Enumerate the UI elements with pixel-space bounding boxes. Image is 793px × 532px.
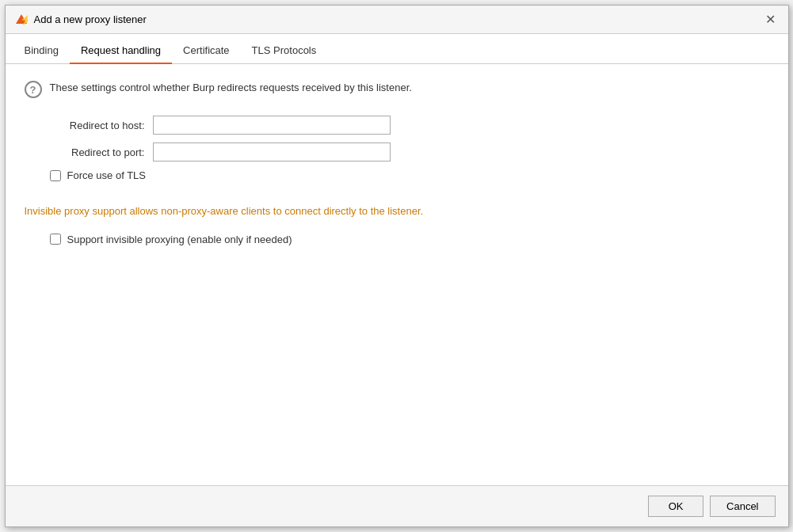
redirect-port-input[interactable] — [153, 142, 391, 162]
invisible-proxy-checkbox[interactable] — [50, 234, 61, 245]
invisible-proxy-row: Support invisible proxying (enable only … — [50, 234, 769, 245]
info-text: These settings control whether Burp redi… — [50, 80, 412, 96]
close-button[interactable]: ✕ — [763, 12, 779, 28]
tab-tls-protocols[interactable]: TLS Protocols — [241, 38, 328, 64]
tab-certificate[interactable]: Certificate — [172, 38, 241, 64]
force-tls-checkbox[interactable] — [50, 170, 61, 181]
force-tls-label: Force use of TLS — [67, 169, 146, 181]
force-tls-row: Force use of TLS — [50, 169, 769, 181]
tab-binding[interactable]: Binding — [13, 38, 70, 64]
redirect-host-label: Redirect to host: — [50, 120, 153, 131]
tab-request-handling[interactable]: Request handling — [70, 38, 172, 64]
invisible-proxy-text: Invisible proxy support allows non-proxy… — [25, 203, 424, 219]
invisible-proxy-label: Support invisible proxying (enable only … — [67, 234, 292, 245]
cancel-button[interactable]: Cancel — [710, 496, 775, 517]
dialog-footer: OK Cancel — [6, 485, 788, 526]
redirect-port-row: Redirect to port: — [50, 142, 769, 162]
form-section: Redirect to host: Redirect to port: — [50, 116, 769, 162]
dialog: ⚡ Add a new proxy listener ✕ Binding Req… — [5, 5, 789, 527]
info-box: ? These settings control whether Burp re… — [25, 80, 769, 98]
redirect-port-label: Redirect to port: — [50, 146, 153, 158]
ok-button[interactable]: OK — [648, 496, 703, 517]
dialog-title: Add a new proxy listener — [34, 13, 147, 25]
info-icon: ? — [25, 81, 42, 98]
tab-bar: Binding Request handling Certificate TLS… — [6, 34, 788, 64]
title-bar: ⚡ Add a new proxy listener ✕ — [6, 6, 788, 34]
redirect-host-row: Redirect to host: — [50, 116, 769, 135]
svg-text:⚡: ⚡ — [19, 13, 28, 26]
invisible-proxy-info: Invisible proxy support allows non-proxy… — [25, 203, 769, 219]
separator — [25, 189, 769, 203]
content-area: ? These settings control whether Burp re… — [6, 64, 788, 485]
redirect-host-input[interactable] — [153, 116, 391, 135]
burp-icon: ⚡ — [15, 13, 28, 26]
title-bar-left: ⚡ Add a new proxy listener — [15, 13, 147, 26]
